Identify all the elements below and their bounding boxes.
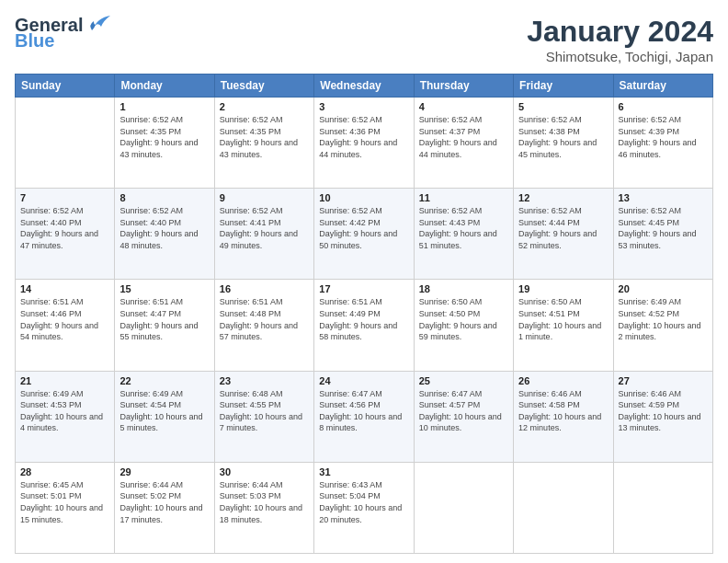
header: General Blue January 2024 Shimotsuke, To… xyxy=(15,15,713,64)
day-info: Sunrise: 6:44 AM Sunset: 5:02 PM Dayligh… xyxy=(119,479,209,525)
sunrise: Sunrise: 6:51 AM xyxy=(220,297,283,306)
day-cell: 30 Sunrise: 6:44 AM Sunset: 5:03 PM Dayl… xyxy=(214,462,313,553)
day-number: 12 xyxy=(518,192,608,203)
daylight: Daylight: 9 hours and 58 minutes. xyxy=(319,321,397,342)
sunset: Sunset: 4:52 PM xyxy=(619,309,680,318)
day-info: Sunrise: 6:43 AM Sunset: 5:04 PM Dayligh… xyxy=(319,479,408,525)
day-number: 16 xyxy=(220,283,309,294)
day-info: Sunrise: 6:52 AM Sunset: 4:43 PM Dayligh… xyxy=(419,205,508,251)
day-cell: 13 Sunrise: 6:52 AM Sunset: 4:45 PM Dayl… xyxy=(613,189,712,280)
day-number: 19 xyxy=(518,283,608,294)
day-cell: 5 Sunrise: 6:52 AM Sunset: 4:38 PM Dayli… xyxy=(514,98,613,189)
day-cell xyxy=(613,462,712,553)
day-number: 23 xyxy=(220,375,309,386)
sunrise: Sunrise: 6:48 AM xyxy=(220,389,283,398)
day-number: 28 xyxy=(20,466,109,477)
sunset: Sunset: 4:51 PM xyxy=(518,309,580,318)
day-info: Sunrise: 6:44 AM Sunset: 5:03 PM Dayligh… xyxy=(220,479,309,525)
sunrise: Sunrise: 6:52 AM xyxy=(20,206,84,215)
sunset: Sunset: 4:56 PM xyxy=(319,400,381,409)
daylight: Daylight: 9 hours and 52 minutes. xyxy=(518,229,597,250)
day-number: 7 xyxy=(20,192,109,203)
daylight: Daylight: 9 hours and 46 minutes. xyxy=(619,138,697,159)
day-info: Sunrise: 6:51 AM Sunset: 4:47 PM Dayligh… xyxy=(119,296,209,342)
day-cell: 7 Sunrise: 6:52 AM Sunset: 4:40 PM Dayli… xyxy=(16,189,115,280)
week-row-1: 1 Sunrise: 6:52 AM Sunset: 4:35 PM Dayli… xyxy=(16,98,713,189)
day-info: Sunrise: 6:52 AM Sunset: 4:44 PM Dayligh… xyxy=(518,205,608,251)
day-info: Sunrise: 6:47 AM Sunset: 4:57 PM Dayligh… xyxy=(419,388,508,434)
day-number: 15 xyxy=(119,283,209,294)
day-info: Sunrise: 6:48 AM Sunset: 4:55 PM Dayligh… xyxy=(220,388,309,434)
day-cell: 4 Sunrise: 6:52 AM Sunset: 4:37 PM Dayli… xyxy=(414,98,513,189)
day-cell: 22 Sunrise: 6:49 AM Sunset: 4:54 PM Dayl… xyxy=(115,371,214,462)
header-saturday: Saturday xyxy=(613,75,712,98)
day-number: 9 xyxy=(220,192,309,203)
header-friday: Friday xyxy=(514,75,613,98)
sunset: Sunset: 4:35 PM xyxy=(220,127,281,136)
sunrise: Sunrise: 6:49 AM xyxy=(619,297,682,306)
day-cell: 20 Sunrise: 6:49 AM Sunset: 4:52 PM Dayl… xyxy=(613,280,712,371)
daylight: Daylight: 9 hours and 44 minutes. xyxy=(419,138,497,159)
header-thursday: Thursday xyxy=(414,75,513,98)
day-number: 6 xyxy=(619,101,708,112)
sunrise: Sunrise: 6:44 AM xyxy=(119,480,183,489)
sunrise: Sunrise: 6:52 AM xyxy=(119,206,183,215)
day-cell: 2 Sunrise: 6:52 AM Sunset: 4:35 PM Dayli… xyxy=(214,98,313,189)
weekday-header-row: Sunday Monday Tuesday Wednesday Thursday… xyxy=(16,75,713,98)
day-cell: 8 Sunrise: 6:52 AM Sunset: 4:40 PM Dayli… xyxy=(115,189,214,280)
daylight: Daylight: 9 hours and 57 minutes. xyxy=(220,321,298,342)
day-info: Sunrise: 6:52 AM Sunset: 4:39 PM Dayligh… xyxy=(619,114,708,160)
title-block: January 2024 Shimotsuke, Tochigi, Japan xyxy=(527,15,713,64)
day-number: 14 xyxy=(20,283,109,294)
day-cell: 1 Sunrise: 6:52 AM Sunset: 4:35 PM Dayli… xyxy=(115,98,214,189)
daylight: Daylight: 9 hours and 54 minutes. xyxy=(20,321,98,342)
day-number: 8 xyxy=(119,192,209,203)
day-info: Sunrise: 6:51 AM Sunset: 4:46 PM Dayligh… xyxy=(20,296,109,342)
daylight: Daylight: 9 hours and 45 minutes. xyxy=(518,138,597,159)
day-cell: 25 Sunrise: 6:47 AM Sunset: 4:57 PM Dayl… xyxy=(414,371,513,462)
sunrise: Sunrise: 6:52 AM xyxy=(619,115,682,124)
sunrise: Sunrise: 6:51 AM xyxy=(20,297,84,306)
sunset: Sunset: 5:04 PM xyxy=(319,491,381,500)
logo: General Blue xyxy=(15,15,114,52)
day-cell: 12 Sunrise: 6:52 AM Sunset: 4:44 PM Dayl… xyxy=(514,189,613,280)
day-number: 18 xyxy=(419,283,508,294)
sunrise: Sunrise: 6:51 AM xyxy=(319,297,382,306)
day-info: Sunrise: 6:52 AM Sunset: 4:40 PM Dayligh… xyxy=(119,205,209,251)
sunrise: Sunrise: 6:46 AM xyxy=(518,389,582,398)
sunrise: Sunrise: 6:43 AM xyxy=(319,480,382,489)
day-cell xyxy=(414,462,513,553)
day-number: 20 xyxy=(619,283,708,294)
daylight: Daylight: 9 hours and 48 minutes. xyxy=(119,229,198,250)
sunrise: Sunrise: 6:51 AM xyxy=(119,297,183,306)
day-info: Sunrise: 6:49 AM Sunset: 4:54 PM Dayligh… xyxy=(119,388,209,434)
sunset: Sunset: 4:59 PM xyxy=(619,400,680,409)
sunrise: Sunrise: 6:45 AM xyxy=(20,480,84,489)
daylight: Daylight: 10 hours and 4 minutes. xyxy=(20,412,103,433)
daylight: Daylight: 10 hours and 1 minute. xyxy=(518,321,601,342)
day-info: Sunrise: 6:51 AM Sunset: 4:49 PM Dayligh… xyxy=(319,296,408,342)
day-info: Sunrise: 6:52 AM Sunset: 4:37 PM Dayligh… xyxy=(419,114,508,160)
day-cell: 16 Sunrise: 6:51 AM Sunset: 4:48 PM Dayl… xyxy=(214,280,313,371)
sunset: Sunset: 4:35 PM xyxy=(119,127,181,136)
day-info: Sunrise: 6:49 AM Sunset: 4:53 PM Dayligh… xyxy=(20,388,109,434)
day-number: 21 xyxy=(20,375,109,386)
sunset: Sunset: 5:02 PM xyxy=(119,491,181,500)
sunset: Sunset: 4:49 PM xyxy=(319,309,381,318)
sunrise: Sunrise: 6:52 AM xyxy=(319,115,382,124)
daylight: Daylight: 9 hours and 55 minutes. xyxy=(119,321,198,342)
sunset: Sunset: 4:36 PM xyxy=(319,127,381,136)
day-cell xyxy=(514,462,613,553)
day-cell: 26 Sunrise: 6:46 AM Sunset: 4:58 PM Dayl… xyxy=(514,371,613,462)
day-cell: 18 Sunrise: 6:50 AM Sunset: 4:50 PM Dayl… xyxy=(414,280,513,371)
day-number: 29 xyxy=(119,466,209,477)
day-info: Sunrise: 6:46 AM Sunset: 4:58 PM Dayligh… xyxy=(518,388,608,434)
day-info: Sunrise: 6:52 AM Sunset: 4:35 PM Dayligh… xyxy=(119,114,209,160)
day-cell: 10 Sunrise: 6:52 AM Sunset: 4:42 PM Dayl… xyxy=(314,189,414,280)
day-number: 24 xyxy=(319,375,408,386)
day-cell: 24 Sunrise: 6:47 AM Sunset: 4:56 PM Dayl… xyxy=(314,371,414,462)
calendar-table: Sunday Monday Tuesday Wednesday Thursday… xyxy=(15,74,713,554)
sunset: Sunset: 5:01 PM xyxy=(20,491,82,500)
day-cell: 27 Sunrise: 6:46 AM Sunset: 4:59 PM Dayl… xyxy=(613,371,712,462)
day-info: Sunrise: 6:50 AM Sunset: 4:50 PM Dayligh… xyxy=(419,296,508,342)
